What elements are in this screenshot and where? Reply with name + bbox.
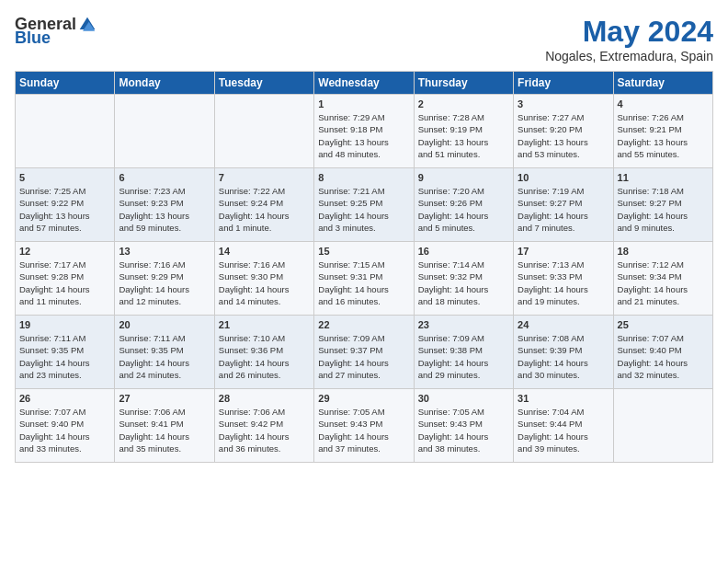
calendar-cell: 13Sunrise: 7:16 AM Sunset: 9:29 PM Dayli… bbox=[115, 242, 214, 316]
calendar-cell: 10Sunrise: 7:19 AM Sunset: 9:27 PM Dayli… bbox=[514, 168, 613, 242]
day-number: 28 bbox=[219, 393, 310, 404]
calendar-week-5: 26Sunrise: 7:07 AM Sunset: 9:40 PM Dayli… bbox=[16, 389, 713, 463]
month-title: May 2024 bbox=[545, 15, 713, 49]
calendar-cell: 22Sunrise: 7:09 AM Sunset: 9:37 PM Dayli… bbox=[314, 316, 414, 389]
day-info: Sunrise: 7:23 AM Sunset: 9:23 PM Dayligh… bbox=[119, 185, 210, 234]
day-number: 19 bbox=[19, 319, 110, 330]
calendar-cell: 26Sunrise: 7:07 AM Sunset: 9:40 PM Dayli… bbox=[16, 389, 115, 463]
day-number: 18 bbox=[618, 246, 709, 257]
day-number: 6 bbox=[119, 172, 210, 183]
day-number: 7 bbox=[219, 172, 310, 183]
calendar-header-friday: Friday bbox=[514, 72, 613, 95]
day-number: 25 bbox=[618, 319, 709, 330]
day-info: Sunrise: 7:15 AM Sunset: 9:31 PM Dayligh… bbox=[318, 259, 409, 307]
day-info: Sunrise: 7:07 AM Sunset: 9:40 PM Dayligh… bbox=[19, 406, 110, 454]
calendar-header-saturday: Saturday bbox=[613, 72, 712, 95]
day-info: Sunrise: 7:08 AM Sunset: 9:39 PM Dayligh… bbox=[518, 332, 609, 381]
day-number: 3 bbox=[518, 98, 609, 109]
day-number: 26 bbox=[19, 393, 110, 404]
title-block: May 2024 Nogales, Extremadura, Spain bbox=[545, 15, 713, 63]
calendar-cell: 24Sunrise: 7:08 AM Sunset: 9:39 PM Dayli… bbox=[514, 316, 613, 389]
day-number: 10 bbox=[518, 172, 609, 183]
calendar-cell: 18Sunrise: 7:12 AM Sunset: 9:34 PM Dayli… bbox=[613, 242, 712, 316]
day-number: 8 bbox=[318, 172, 409, 183]
calendar-cell: 7Sunrise: 7:22 AM Sunset: 9:24 PM Daylig… bbox=[214, 168, 313, 242]
calendar-table: SundayMondayTuesdayWednesdayThursdayFrid… bbox=[15, 71, 713, 463]
day-info: Sunrise: 7:05 AM Sunset: 9:43 PM Dayligh… bbox=[418, 406, 509, 454]
day-info: Sunrise: 7:10 AM Sunset: 9:36 PM Dayligh… bbox=[219, 332, 310, 381]
calendar-cell: 28Sunrise: 7:06 AM Sunset: 9:42 PM Dayli… bbox=[214, 389, 313, 463]
calendar-header-tuesday: Tuesday bbox=[214, 72, 313, 95]
calendar-cell: 27Sunrise: 7:06 AM Sunset: 9:41 PM Dayli… bbox=[115, 389, 214, 463]
calendar-cell: 12Sunrise: 7:17 AM Sunset: 9:28 PM Dayli… bbox=[16, 242, 115, 316]
calendar-cell: 23Sunrise: 7:09 AM Sunset: 9:38 PM Dayli… bbox=[414, 316, 513, 389]
calendar-cell: 19Sunrise: 7:11 AM Sunset: 9:35 PM Dayli… bbox=[16, 316, 115, 389]
day-info: Sunrise: 7:25 AM Sunset: 9:22 PM Dayligh… bbox=[19, 185, 110, 234]
day-number: 14 bbox=[219, 246, 310, 257]
calendar-cell: 9Sunrise: 7:20 AM Sunset: 9:26 PM Daylig… bbox=[414, 168, 513, 242]
calendar-cell: 15Sunrise: 7:15 AM Sunset: 9:31 PM Dayli… bbox=[314, 242, 414, 316]
calendar-header-row: SundayMondayTuesdayWednesdayThursdayFrid… bbox=[16, 72, 713, 95]
calendar-cell bbox=[115, 95, 214, 168]
day-info: Sunrise: 7:20 AM Sunset: 9:26 PM Dayligh… bbox=[418, 185, 509, 234]
day-number: 13 bbox=[119, 246, 210, 257]
calendar-cell bbox=[16, 95, 115, 168]
day-number: 11 bbox=[618, 172, 709, 183]
logo-icon bbox=[78, 16, 97, 34]
day-info: Sunrise: 7:28 AM Sunset: 9:19 PM Dayligh… bbox=[418, 111, 509, 160]
calendar-body: 1Sunrise: 7:29 AM Sunset: 9:18 PM Daylig… bbox=[16, 95, 713, 463]
day-info: Sunrise: 7:04 AM Sunset: 9:44 PM Dayligh… bbox=[518, 406, 609, 454]
day-number: 21 bbox=[219, 319, 310, 330]
day-info: Sunrise: 7:16 AM Sunset: 9:29 PM Dayligh… bbox=[119, 259, 210, 307]
calendar-cell: 29Sunrise: 7:05 AM Sunset: 9:43 PM Dayli… bbox=[314, 389, 414, 463]
calendar-header-monday: Monday bbox=[115, 72, 214, 95]
day-info: Sunrise: 7:06 AM Sunset: 9:41 PM Dayligh… bbox=[119, 406, 210, 454]
calendar-cell: 11Sunrise: 7:18 AM Sunset: 9:27 PM Dayli… bbox=[613, 168, 712, 242]
calendar-cell: 2Sunrise: 7:28 AM Sunset: 9:19 PM Daylig… bbox=[414, 95, 513, 168]
day-number: 17 bbox=[518, 246, 609, 257]
day-number: 27 bbox=[119, 393, 210, 404]
calendar-cell: 21Sunrise: 7:10 AM Sunset: 9:36 PM Dayli… bbox=[214, 316, 313, 389]
day-info: Sunrise: 7:12 AM Sunset: 9:34 PM Dayligh… bbox=[618, 259, 709, 307]
day-info: Sunrise: 7:14 AM Sunset: 9:32 PM Dayligh… bbox=[418, 259, 509, 307]
calendar-cell: 6Sunrise: 7:23 AM Sunset: 9:23 PM Daylig… bbox=[115, 168, 214, 242]
day-number: 23 bbox=[418, 319, 509, 330]
day-number: 9 bbox=[418, 172, 509, 183]
day-info: Sunrise: 7:09 AM Sunset: 9:38 PM Dayligh… bbox=[418, 332, 509, 381]
day-number: 29 bbox=[318, 393, 409, 404]
day-info: Sunrise: 7:19 AM Sunset: 9:27 PM Dayligh… bbox=[518, 185, 609, 234]
day-info: Sunrise: 7:22 AM Sunset: 9:24 PM Dayligh… bbox=[219, 185, 310, 234]
calendar-cell: 20Sunrise: 7:11 AM Sunset: 9:35 PM Dayli… bbox=[115, 316, 214, 389]
day-number: 12 bbox=[19, 246, 110, 257]
day-info: Sunrise: 7:16 AM Sunset: 9:30 PM Dayligh… bbox=[219, 259, 310, 307]
day-info: Sunrise: 7:27 AM Sunset: 9:20 PM Dayligh… bbox=[518, 111, 609, 160]
day-info: Sunrise: 7:13 AM Sunset: 9:33 PM Dayligh… bbox=[518, 259, 609, 307]
calendar-week-4: 19Sunrise: 7:11 AM Sunset: 9:35 PM Dayli… bbox=[16, 316, 713, 389]
day-number: 5 bbox=[19, 172, 110, 183]
day-number: 24 bbox=[518, 319, 609, 330]
calendar-header-thursday: Thursday bbox=[414, 72, 513, 95]
calendar-cell: 1Sunrise: 7:29 AM Sunset: 9:18 PM Daylig… bbox=[314, 95, 414, 168]
day-number: 1 bbox=[318, 98, 409, 109]
day-info: Sunrise: 7:26 AM Sunset: 9:21 PM Dayligh… bbox=[618, 111, 709, 160]
day-info: Sunrise: 7:17 AM Sunset: 9:28 PM Dayligh… bbox=[19, 259, 110, 307]
page-header: General Blue May 2024 Nogales, Extremadu… bbox=[15, 15, 713, 63]
calendar-cell: 5Sunrise: 7:25 AM Sunset: 9:22 PM Daylig… bbox=[16, 168, 115, 242]
day-number: 22 bbox=[318, 319, 409, 330]
day-info: Sunrise: 7:18 AM Sunset: 9:27 PM Dayligh… bbox=[618, 185, 709, 234]
calendar-week-1: 1Sunrise: 7:29 AM Sunset: 9:18 PM Daylig… bbox=[16, 95, 713, 168]
location: Nogales, Extremadura, Spain bbox=[545, 49, 713, 63]
calendar-cell: 14Sunrise: 7:16 AM Sunset: 9:30 PM Dayli… bbox=[214, 242, 313, 316]
calendar-cell: 31Sunrise: 7:04 AM Sunset: 9:44 PM Dayli… bbox=[514, 389, 613, 463]
day-info: Sunrise: 7:05 AM Sunset: 9:43 PM Dayligh… bbox=[318, 406, 409, 454]
day-info: Sunrise: 7:11 AM Sunset: 9:35 PM Dayligh… bbox=[119, 332, 210, 381]
day-info: Sunrise: 7:06 AM Sunset: 9:42 PM Dayligh… bbox=[219, 406, 310, 454]
day-info: Sunrise: 7:11 AM Sunset: 9:35 PM Dayligh… bbox=[19, 332, 110, 381]
day-number: 15 bbox=[318, 246, 409, 257]
calendar-week-2: 5Sunrise: 7:25 AM Sunset: 9:22 PM Daylig… bbox=[16, 168, 713, 242]
day-number: 31 bbox=[518, 393, 609, 404]
day-number: 30 bbox=[418, 393, 509, 404]
calendar-header-wednesday: Wednesday bbox=[314, 72, 414, 95]
calendar-cell: 4Sunrise: 7:26 AM Sunset: 9:21 PM Daylig… bbox=[613, 95, 712, 168]
calendar-cell bbox=[613, 389, 712, 463]
